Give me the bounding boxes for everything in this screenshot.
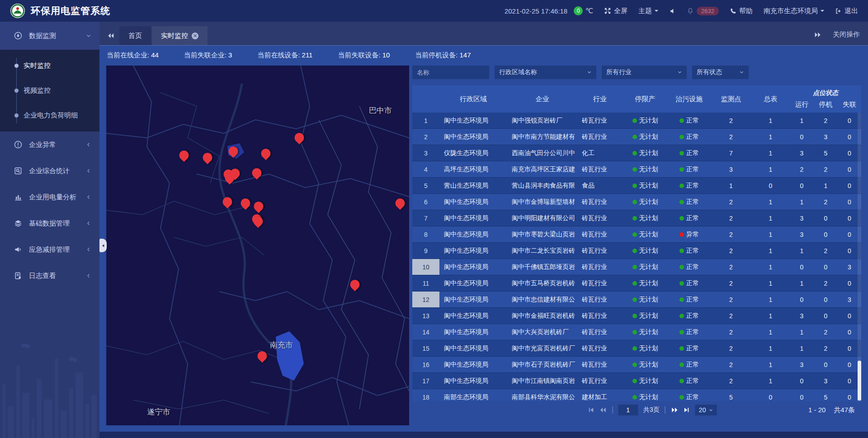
notifications-button[interactable]: 2632 [687, 7, 719, 15]
last-page-button[interactable] [684, 407, 690, 413]
table-row-16[interactable]: 16阆中生态环境局阆中市石子页岩机砖厂砖瓦行业无计划正常21300 [412, 357, 861, 373]
status-select[interactable]: 所有状态 [692, 66, 749, 79]
table-row-3[interactable]: 3仪陇生态环境局西南油气田分公司川中化工无计划正常71350 [412, 145, 861, 161]
pagination-bar: 共3页 20 1 - 20 共47条 [412, 401, 861, 419]
sidebar-item-2[interactable]: 企业异常 [0, 132, 99, 158]
sidebar-item-4[interactable]: 企业用电量分析 [0, 184, 99, 210]
sidebar-subitem-企业电力负荷明细[interactable]: 企业电力负荷明细 [0, 103, 99, 128]
cell-monitor: 2 [711, 210, 751, 226]
cell-facility: 正常 [668, 243, 711, 259]
table-row-11[interactable]: 11阆中生态环境局阆中市五马桥页岩机砖砖瓦行业无计划正常21120 [412, 275, 861, 292]
table-scrollbar-thumb[interactable] [858, 361, 861, 400]
theme-menu[interactable]: 主题 [638, 7, 658, 15]
org-menu[interactable]: 南充市生态环境局 [764, 7, 824, 15]
help-button[interactable]: 帮助 [730, 7, 753, 15]
sidebar-item-label: 企业用电量分析 [29, 193, 76, 202]
status-dot-green [679, 297, 684, 302]
cell-facility: 正常 [668, 145, 711, 161]
cell-monitor: 7 [711, 145, 751, 161]
row-number-cell: 2 [412, 129, 439, 145]
gauge-icon [14, 31, 23, 40]
page-number-input[interactable] [618, 405, 638, 415]
sidebar-item-7[interactable]: 日志查看 [0, 263, 99, 289]
name-search-input[interactable] [412, 66, 489, 79]
close-operations-button[interactable]: 关闭操作 [833, 30, 860, 39]
sidebar-subitem-实时监控[interactable]: 实时监控 [0, 53, 99, 78]
total-pages-label: 共3页 [643, 406, 660, 414]
cell-region: 阆中生态环境局 [439, 275, 507, 291]
cell-limit-label: 无计划 [639, 198, 658, 206]
map-city-label: 南充市 [270, 340, 293, 350]
cell-monitor: 2 [711, 275, 751, 291]
tabs-scroll-left-button[interactable] [108, 33, 115, 39]
tabs-scroll-right-button[interactable] [814, 32, 821, 38]
cell-company: 营山县润丰肉食品有限 [507, 178, 577, 193]
cell-monitor: 2 [711, 340, 751, 356]
map-panel[interactable]: 巴中市南充市遂宁市 [106, 66, 409, 425]
cell-run: 1 [790, 340, 814, 356]
bar-chart-icon [14, 193, 23, 202]
sidebar-item-3[interactable]: 企业综合统计 [0, 158, 99, 184]
cell-facility: 正常 [668, 357, 711, 372]
table-row-9[interactable]: 9阆中生态环境局阆中市二龙长宝页岩砖砖瓦行业无计划正常21120 [412, 243, 861, 259]
chevron-left-icon [86, 247, 91, 252]
table-header: 行政区域企业行业停限产治污设施监测点总表点位状态运行停机失联 [412, 85, 861, 113]
cell-monitor: 2 [711, 292, 751, 307]
table-row-10[interactable]: 10阆中生态环境局阆中千佛镇五郎垭页岩砖瓦行业无计划正常21003 [412, 259, 861, 275]
sidebar-item-6[interactable]: 应急减排管理 [0, 236, 99, 263]
cell-run: 3 [790, 145, 814, 161]
cell-limit: 无计划 [623, 226, 668, 242]
tab-close-icon[interactable]: ✕ [192, 33, 198, 39]
table-row-6[interactable]: 6阆中生态环境局阆中市金博瑞新型墙材砖瓦行业无计划正常21120 [412, 194, 861, 210]
table-row-1[interactable]: 1阆中生态环境局阆中强锐页岩砖厂砖瓦行业无计划正常21120 [412, 113, 861, 129]
column-header-总表: 总表 [751, 85, 790, 113]
status-dot-green [679, 314, 684, 318]
cell-total: 1 [751, 324, 790, 340]
status-dot-green [679, 216, 684, 221]
cell-region: 南部生态环境局 [439, 389, 507, 401]
table-row-15[interactable]: 15阆中生态环境局阆中市光富页岩机砖厂砖瓦行业无计划正常21120 [412, 340, 861, 357]
table-row-17[interactable]: 17阆中生态环境局阆中市江南镇阆南页岩砖瓦行业无计划正常21030 [412, 373, 861, 389]
sound-button[interactable] [669, 8, 676, 14]
status-dot-red [679, 232, 684, 237]
table-row-13[interactable]: 13阆中生态环境局阆中市金福旺页岩机砖砖瓦行业无计划正常21300 [412, 308, 861, 324]
table-row-18[interactable]: 18南部生态环境局南部县科华水泥有限公建材加工无计划正常50050 [412, 389, 861, 401]
status-dot-green [632, 167, 637, 172]
cell-limit: 无计划 [623, 210, 668, 226]
table-row-4[interactable]: 4高坪生态环境局南充市高坪区王家店建砖瓦行业无计划正常31220 [412, 161, 861, 178]
region-select[interactable]: 行政区域名称 [495, 66, 596, 79]
tab-实时监控[interactable]: 实时监控✕ [152, 26, 208, 45]
industry-select-value: 所有行业 [606, 68, 632, 76]
fullscreen-button[interactable]: 全屏 [604, 7, 627, 15]
chevron-down-icon [86, 33, 91, 38]
page-size-select[interactable]: 20 [695, 405, 717, 415]
chevron-down-icon [677, 69, 682, 76]
table-row-5[interactable]: 5营山生态环境局营山县润丰肉食品有限食品无计划正常10010 [412, 178, 861, 194]
next-page-button[interactable] [671, 407, 678, 413]
logout-button[interactable]: 退出 [835, 7, 858, 15]
first-page-button[interactable] [588, 407, 594, 413]
cell-limit-label: 无计划 [639, 279, 658, 287]
sidebar-item-label: 日志查看 [29, 272, 56, 280]
sidebar-subitem-视频监控[interactable]: 视频监控 [0, 78, 99, 103]
table-row-7[interactable]: 7阆中生态环境局阆中明阳建材有限公司砖瓦行业无计划正常21300 [412, 210, 861, 226]
cell-company: 阆中市江南镇阆南页岩 [507, 373, 577, 389]
tab-首页[interactable]: 首页 [119, 26, 151, 45]
table-row-2[interactable]: 2阆中生态环境局阆中市南方节能建材有砖瓦行业无计划正常21030 [412, 129, 861, 145]
logout-icon [835, 8, 842, 14]
table-row-12[interactable]: 12阆中生态环境局阆中市忠信建材有限公砖瓦行业无计划正常21003 [412, 292, 861, 308]
table-row-8[interactable]: 8阆中生态环境局阆中市枣碧大梁山页岩砖瓦行业无计划异常21300 [412, 226, 861, 243]
column-header-停限产: 停限产 [623, 85, 668, 113]
cell-stop: 5 [814, 145, 838, 161]
temperature-widget: 0 ℃ [574, 6, 593, 15]
sidebar-item-1[interactable]: 数据监测 [0, 22, 99, 50]
cell-stop: 0 [814, 259, 838, 275]
sidebar-collapse-button[interactable] [99, 239, 107, 252]
industry-select[interactable]: 所有行业 [602, 66, 687, 79]
sidebar-item-5[interactable]: 基础数据管理 [0, 210, 99, 236]
temperature-unit: ℃ [585, 7, 593, 15]
table-row-14[interactable]: 14阆中生态环境局阆中大兴页岩机砖厂砖瓦行业无计划正常21120 [412, 324, 861, 340]
status-dot-green [632, 216, 637, 221]
row-number-cell: 7 [412, 210, 439, 226]
prev-page-button[interactable] [599, 407, 607, 413]
